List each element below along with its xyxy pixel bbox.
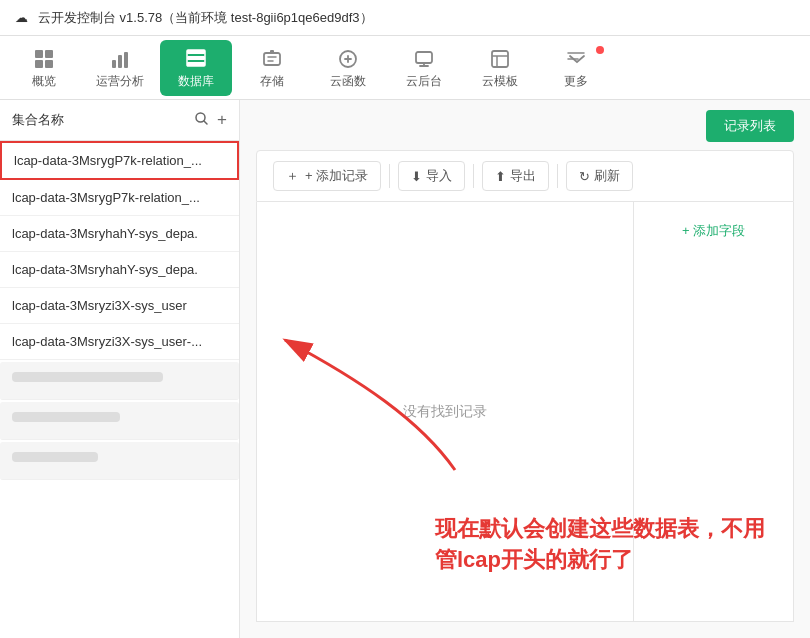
- toolbar-storage-label: 存储: [260, 75, 284, 87]
- list-item[interactable]: lcap-data-3Msryzi3X-sys_user: [0, 288, 239, 324]
- search-icon[interactable]: [194, 111, 209, 129]
- list-item-blurred: [0, 362, 239, 400]
- svg-rect-13: [416, 52, 432, 63]
- empty-text: 没有找到记录: [403, 403, 487, 421]
- sidebar-header: 集合名称 +: [0, 100, 239, 141]
- list-item[interactable]: lcap-data-3MsrygP7k-relation_...: [0, 141, 239, 180]
- main-toolbar: 概览 运营分析 数据库: [0, 36, 810, 100]
- refresh-icon: ↻: [579, 169, 590, 184]
- list-item-blurred: [0, 442, 239, 480]
- svg-rect-6: [124, 52, 128, 68]
- toolbar-templates-label: 云模板: [482, 75, 518, 87]
- toolbar-more-label: 更多: [564, 75, 588, 87]
- export-icon: ⬆: [495, 169, 506, 184]
- svg-rect-1: [45, 50, 53, 58]
- overview-icon: [33, 48, 55, 73]
- records-list-button[interactable]: 记录列表: [706, 110, 794, 142]
- toolbar-item-backend[interactable]: 云后台: [388, 40, 460, 96]
- svg-rect-4: [112, 60, 116, 68]
- toolbar-item-analytics[interactable]: 运营分析: [84, 40, 156, 96]
- svg-rect-8: [187, 56, 205, 60]
- storage-icon: [261, 48, 283, 73]
- divider: [389, 164, 390, 188]
- divider: [557, 164, 558, 188]
- add-collection-icon[interactable]: +: [217, 110, 227, 130]
- sidebar-header-title: 集合名称: [12, 111, 64, 129]
- import-button[interactable]: ⬇ 导入: [398, 161, 465, 191]
- right-panel-top: 记录列表: [240, 100, 810, 142]
- list-item[interactable]: lcap-data-3MsrygP7k-relation_...: [0, 180, 239, 216]
- toolbar-item-more[interactable]: 更多: [540, 40, 612, 96]
- sidebar: 集合名称 + lcap-data-3MsrygP7k-relation_... …: [0, 100, 240, 638]
- list-item[interactable]: lcap-data-3Msryzi3X-sys_user-...: [0, 324, 239, 360]
- svg-rect-3: [45, 60, 53, 68]
- export-button[interactable]: ⬆ 导出: [482, 161, 549, 191]
- title-bar: ☁ 云开发控制台 v1.5.78（当前环境 test-8gii6p1qe6ed9…: [0, 0, 810, 36]
- more-badge: [596, 46, 604, 54]
- right-panel: 记录列表 ＋ + 添加记录 ⬇ 导入 ⬆ 导出 ↻ 刷新: [240, 100, 810, 638]
- templates-icon: [489, 48, 511, 73]
- toolbar-item-functions[interactable]: 云函数: [312, 40, 384, 96]
- app-title: 云开发控制台 v1.5.78（当前环境 test-8gii6p1qe6ed9df…: [38, 9, 373, 27]
- list-item-blurred: [0, 402, 239, 440]
- toolbar-database-label: 数据库: [178, 75, 214, 87]
- main-container: 集合名称 + lcap-data-3MsrygP7k-relation_... …: [0, 100, 810, 638]
- sidebar-list: lcap-data-3MsrygP7k-relation_... lcap-da…: [0, 141, 239, 638]
- more-icon: [565, 48, 587, 73]
- svg-rect-11: [264, 53, 280, 65]
- svg-rect-12: [270, 50, 274, 53]
- toolbar-overview-label: 概览: [32, 75, 56, 87]
- svg-rect-14: [492, 51, 508, 67]
- empty-state: 没有找到记录: [257, 202, 633, 621]
- functions-icon: [337, 48, 359, 73]
- toolbar-backend-label: 云后台: [406, 75, 442, 87]
- content-area: 没有找到记录 + 添加字段: [256, 202, 794, 622]
- svg-rect-2: [35, 60, 43, 68]
- toolbar-analytics-label: 运营分析: [96, 75, 144, 87]
- toolbar-item-overview[interactable]: 概览: [8, 40, 80, 96]
- add-field-text: + 添加字段: [682, 222, 745, 240]
- toolbar-item-templates[interactable]: 云模板: [464, 40, 536, 96]
- add-field-panel[interactable]: + 添加字段: [633, 202, 793, 621]
- refresh-button[interactable]: ↻ 刷新: [566, 161, 633, 191]
- toolbar-item-database[interactable]: 数据库: [160, 40, 232, 96]
- divider: [473, 164, 474, 188]
- svg-rect-0: [35, 50, 43, 58]
- list-item[interactable]: lcap-data-3MsryhahY-sys_depa.: [0, 252, 239, 288]
- backend-icon: [413, 48, 435, 73]
- list-item[interactable]: lcap-data-3MsryhahY-sys_depa.: [0, 216, 239, 252]
- app-icon: ☁: [12, 9, 30, 27]
- svg-rect-5: [118, 55, 122, 68]
- toolbar-functions-label: 云函数: [330, 75, 366, 87]
- action-toolbar: ＋ + 添加记录 ⬇ 导入 ⬆ 导出 ↻ 刷新: [256, 150, 794, 202]
- sidebar-header-actions: +: [194, 110, 227, 130]
- add-icon: ＋: [286, 167, 299, 185]
- database-icon: [185, 48, 207, 73]
- add-record-button[interactable]: ＋ + 添加记录: [273, 161, 381, 191]
- import-icon: ⬇: [411, 169, 422, 184]
- toolbar-item-storage[interactable]: 存储: [236, 40, 308, 96]
- analytics-icon: [109, 48, 131, 73]
